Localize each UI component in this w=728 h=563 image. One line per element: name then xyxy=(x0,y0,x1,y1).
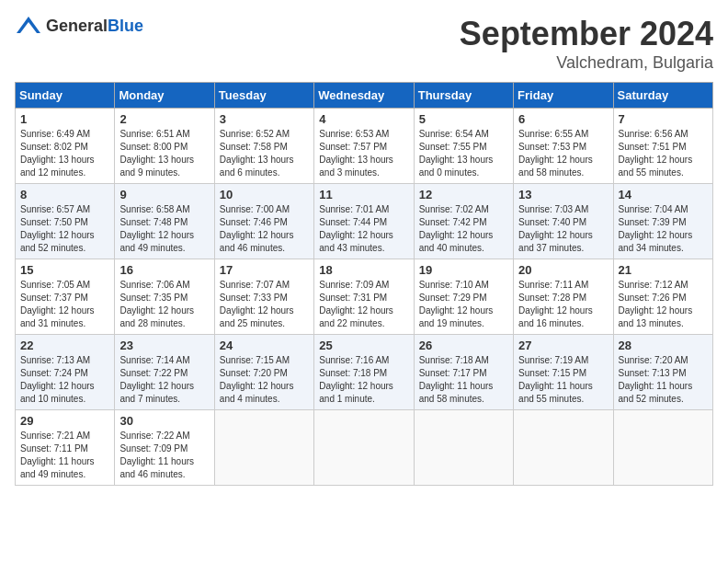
calendar-day-cell: 11 Sunrise: 7:01 AM Sunset: 7:44 PM Dayl… xyxy=(314,184,414,259)
day-number: 11 xyxy=(319,188,408,201)
day-number: 25 xyxy=(319,339,408,352)
day-number: 22 xyxy=(20,339,109,352)
day-number: 1 xyxy=(20,112,109,126)
day-of-week-header: Wednesday xyxy=(314,83,414,109)
calendar-day-cell: 28 Sunrise: 7:20 AM Sunset: 7:13 PM Dayl… xyxy=(613,335,712,410)
calendar-day-cell xyxy=(613,410,712,486)
day-number: 10 xyxy=(220,188,309,201)
day-of-week-header: Monday xyxy=(115,83,214,109)
calendar-day-cell: 8 Sunrise: 6:57 AM Sunset: 7:50 PM Dayli… xyxy=(16,184,115,259)
calendar-day-cell: 15 Sunrise: 7:05 AM Sunset: 7:37 PM Dayl… xyxy=(16,259,115,335)
day-detail: Sunrise: 7:14 AM Sunset: 7:22 PM Dayligh… xyxy=(119,354,209,406)
calendar-day-cell: 2 Sunrise: 6:51 AM Sunset: 8:00 PM Dayli… xyxy=(115,109,214,184)
day-number: 12 xyxy=(419,188,508,201)
day-detail: Sunrise: 7:21 AM Sunset: 7:11 PM Dayligh… xyxy=(20,430,109,481)
day-number: 6 xyxy=(518,112,608,126)
day-number: 3 xyxy=(220,112,309,126)
day-detail: Sunrise: 7:19 AM Sunset: 7:15 PM Dayligh… xyxy=(518,354,608,406)
day-detail: Sunrise: 7:05 AM Sunset: 7:37 PM Dayligh… xyxy=(20,279,109,330)
calendar-day-cell: 9 Sunrise: 6:58 AM Sunset: 7:48 PM Dayli… xyxy=(115,184,214,259)
day-detail: Sunrise: 6:52 AM Sunset: 7:58 PM Dayligh… xyxy=(220,128,309,179)
calendar-day-cell: 10 Sunrise: 7:00 AM Sunset: 7:46 PM Dayl… xyxy=(214,184,313,259)
calendar-day-cell: 3 Sunrise: 6:52 AM Sunset: 7:58 PM Dayli… xyxy=(214,109,313,184)
calendar-header-row: SundayMondayTuesdayWednesdayThursdayFrid… xyxy=(16,83,713,109)
logo: GeneralBlue xyxy=(15,15,143,37)
day-detail: Sunrise: 6:57 AM Sunset: 7:50 PM Dayligh… xyxy=(20,203,109,255)
day-detail: Sunrise: 6:55 AM Sunset: 7:53 PM Dayligh… xyxy=(518,128,608,179)
calendar-table: SundayMondayTuesdayWednesdayThursdayFrid… xyxy=(15,82,713,486)
calendar-day-cell: 22 Sunrise: 7:13 AM Sunset: 7:24 PM Dayl… xyxy=(16,335,115,410)
logo-icon xyxy=(15,15,42,37)
calendar-day-cell xyxy=(414,410,513,486)
day-number: 7 xyxy=(619,112,708,126)
day-number: 19 xyxy=(419,263,508,277)
day-number: 20 xyxy=(518,263,608,277)
calendar-day-cell: 23 Sunrise: 7:14 AM Sunset: 7:22 PM Dayl… xyxy=(115,335,214,410)
logo-general: General xyxy=(46,17,108,35)
day-number: 26 xyxy=(419,339,508,352)
day-number: 23 xyxy=(119,339,209,352)
day-detail: Sunrise: 6:56 AM Sunset: 7:51 PM Dayligh… xyxy=(619,128,708,179)
day-number: 18 xyxy=(319,263,408,277)
day-detail: Sunrise: 7:03 AM Sunset: 7:40 PM Dayligh… xyxy=(518,203,608,255)
calendar-day-cell: 27 Sunrise: 7:19 AM Sunset: 7:15 PM Dayl… xyxy=(514,335,613,410)
day-number: 4 xyxy=(319,112,408,126)
calendar-week-row: 15 Sunrise: 7:05 AM Sunset: 7:37 PM Dayl… xyxy=(16,259,713,335)
page-header: GeneralBlue September 2024 Valchedram, B… xyxy=(15,15,713,73)
calendar-day-cell: 4 Sunrise: 6:53 AM Sunset: 7:57 PM Dayli… xyxy=(314,109,414,184)
day-detail: Sunrise: 7:16 AM Sunset: 7:18 PM Dayligh… xyxy=(319,354,408,406)
calendar-day-cell: 24 Sunrise: 7:15 AM Sunset: 7:20 PM Dayl… xyxy=(214,335,313,410)
day-number: 30 xyxy=(119,414,209,428)
day-detail: Sunrise: 7:15 AM Sunset: 7:20 PM Dayligh… xyxy=(220,354,309,406)
day-detail: Sunrise: 6:53 AM Sunset: 7:57 PM Dayligh… xyxy=(319,128,408,179)
day-detail: Sunrise: 7:07 AM Sunset: 7:33 PM Dayligh… xyxy=(220,279,309,330)
day-number: 16 xyxy=(119,263,209,277)
calendar-day-cell: 29 Sunrise: 7:21 AM Sunset: 7:11 PM Dayl… xyxy=(16,410,115,486)
calendar-day-cell: 14 Sunrise: 7:04 AM Sunset: 7:39 PM Dayl… xyxy=(613,184,712,259)
day-detail: Sunrise: 7:01 AM Sunset: 7:44 PM Dayligh… xyxy=(319,203,408,255)
calendar-day-cell: 7 Sunrise: 6:56 AM Sunset: 7:51 PM Dayli… xyxy=(613,109,712,184)
calendar-day-cell: 5 Sunrise: 6:54 AM Sunset: 7:55 PM Dayli… xyxy=(414,109,513,184)
calendar-week-row: 22 Sunrise: 7:13 AM Sunset: 7:24 PM Dayl… xyxy=(16,335,713,410)
day-detail: Sunrise: 7:18 AM Sunset: 7:17 PM Dayligh… xyxy=(419,354,508,406)
calendar-day-cell xyxy=(214,410,313,486)
day-detail: Sunrise: 7:02 AM Sunset: 7:42 PM Dayligh… xyxy=(419,203,508,255)
calendar-day-cell xyxy=(514,410,613,486)
calendar-day-cell: 25 Sunrise: 7:16 AM Sunset: 7:18 PM Dayl… xyxy=(314,335,414,410)
day-detail: Sunrise: 7:13 AM Sunset: 7:24 PM Dayligh… xyxy=(20,354,109,406)
day-number: 2 xyxy=(119,112,209,126)
calendar-week-row: 8 Sunrise: 6:57 AM Sunset: 7:50 PM Dayli… xyxy=(16,184,713,259)
day-number: 13 xyxy=(518,188,608,201)
day-number: 24 xyxy=(220,339,309,352)
day-of-week-header: Thursday xyxy=(414,83,513,109)
day-detail: Sunrise: 6:51 AM Sunset: 8:00 PM Dayligh… xyxy=(119,128,209,179)
day-number: 5 xyxy=(419,112,508,126)
logo-blue: Blue xyxy=(108,17,143,35)
calendar-day-cell: 6 Sunrise: 6:55 AM Sunset: 7:53 PM Dayli… xyxy=(514,109,613,184)
day-detail: Sunrise: 7:04 AM Sunset: 7:39 PM Dayligh… xyxy=(619,203,708,255)
calendar-day-cell: 30 Sunrise: 7:22 AM Sunset: 7:09 PM Dayl… xyxy=(115,410,214,486)
title-block: September 2024 Valchedram, Bulgaria xyxy=(460,15,713,73)
calendar-day-cell: 26 Sunrise: 7:18 AM Sunset: 7:17 PM Dayl… xyxy=(414,335,513,410)
calendar-day-cell: 17 Sunrise: 7:07 AM Sunset: 7:33 PM Dayl… xyxy=(214,259,313,335)
day-detail: Sunrise: 6:49 AM Sunset: 8:02 PM Dayligh… xyxy=(20,128,109,179)
calendar-day-cell: 20 Sunrise: 7:11 AM Sunset: 7:28 PM Dayl… xyxy=(514,259,613,335)
day-of-week-header: Friday xyxy=(514,83,613,109)
day-number: 9 xyxy=(119,188,209,201)
day-detail: Sunrise: 7:20 AM Sunset: 7:13 PM Dayligh… xyxy=(619,354,708,406)
day-number: 29 xyxy=(20,414,109,428)
day-detail: Sunrise: 7:22 AM Sunset: 7:09 PM Dayligh… xyxy=(119,430,209,481)
calendar-day-cell: 16 Sunrise: 7:06 AM Sunset: 7:35 PM Dayl… xyxy=(115,259,214,335)
day-number: 27 xyxy=(518,339,608,352)
month-title: September 2024 xyxy=(460,15,713,53)
day-of-week-header: Tuesday xyxy=(214,83,313,109)
location-title: Valchedram, Bulgaria xyxy=(460,53,713,73)
calendar-day-cell: 12 Sunrise: 7:02 AM Sunset: 7:42 PM Dayl… xyxy=(414,184,513,259)
calendar-day-cell: 13 Sunrise: 7:03 AM Sunset: 7:40 PM Dayl… xyxy=(514,184,613,259)
day-number: 17 xyxy=(220,263,309,277)
day-detail: Sunrise: 7:06 AM Sunset: 7:35 PM Dayligh… xyxy=(119,279,209,330)
day-detail: Sunrise: 7:10 AM Sunset: 7:29 PM Dayligh… xyxy=(419,279,508,330)
day-detail: Sunrise: 6:54 AM Sunset: 7:55 PM Dayligh… xyxy=(419,128,508,179)
calendar-day-cell: 1 Sunrise: 6:49 AM Sunset: 8:02 PM Dayli… xyxy=(16,109,115,184)
day-detail: Sunrise: 6:58 AM Sunset: 7:48 PM Dayligh… xyxy=(119,203,209,255)
